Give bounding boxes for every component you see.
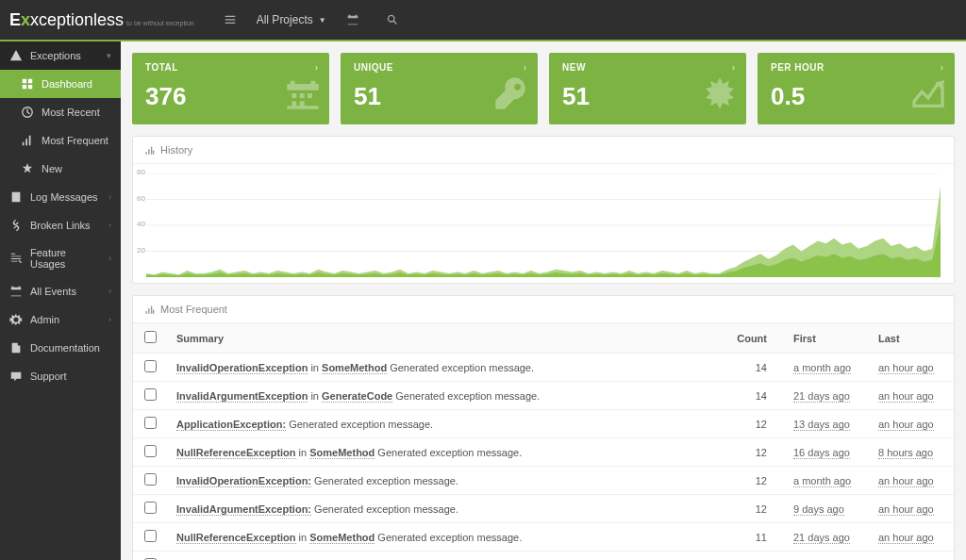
row-summary[interactable]: InvalidOperationException in SomeMethod … bbox=[167, 354, 718, 382]
table-row[interactable]: NullReferenceException in SomeMethod Gen… bbox=[133, 438, 954, 467]
stat-total[interactable]: TOTAL376› bbox=[132, 53, 329, 124]
sidebar-sub-most-recent[interactable]: Most Recent bbox=[0, 98, 121, 126]
y-tick: 20 bbox=[137, 246, 145, 255]
table-row[interactable]: InvalidArgumentException in GenerateCode… bbox=[133, 382, 954, 410]
row-checkbox[interactable] bbox=[144, 530, 157, 542]
calendar-icon[interactable] bbox=[340, 7, 366, 33]
y-tick: 60 bbox=[137, 194, 145, 203]
table-row[interactable]: ApplicationException: Generated exceptio… bbox=[133, 410, 954, 438]
chevron-down-icon: ▾ bbox=[107, 51, 111, 60]
row-first[interactable]: 20 days ago bbox=[784, 552, 869, 561]
row-last[interactable]: an hour ago bbox=[869, 467, 954, 495]
chevron-right-icon: › bbox=[941, 62, 943, 73]
row-first[interactable]: 21 days ago bbox=[784, 523, 869, 552]
col-last[interactable]: Last bbox=[869, 323, 954, 354]
col-summary[interactable]: Summary bbox=[167, 323, 718, 354]
list-icon[interactable] bbox=[217, 7, 243, 33]
row-count: 11 bbox=[718, 523, 784, 552]
sidebar: Exceptions ▾ DashboardMost RecentMost Fr… bbox=[0, 41, 121, 560]
table-row[interactable]: AggregateException: Generated exception … bbox=[133, 552, 954, 561]
stat-per-hour[interactable]: PER HOUR0.5› bbox=[758, 53, 955, 124]
sidebar-item-admin[interactable]: Admin› bbox=[0, 305, 121, 334]
frequent-panel: Most Frequent Summary Count First Last I… bbox=[132, 295, 955, 560]
stat-bg-icon bbox=[909, 74, 947, 121]
logo[interactable]: Exxceptionless to be without exception bbox=[9, 10, 204, 30]
row-summary[interactable]: NullReferenceException in SomeMethod Gen… bbox=[167, 438, 718, 467]
stat-unique[interactable]: UNIQUE51› bbox=[341, 53, 538, 124]
row-first[interactable]: 9 days ago bbox=[784, 495, 869, 523]
row-count: 14 bbox=[718, 354, 784, 382]
chevron-right-icon: › bbox=[524, 62, 526, 73]
chevron-right-icon: › bbox=[108, 254, 111, 263]
frequent-title: Most Frequent bbox=[160, 304, 227, 315]
row-last[interactable]: an hour ago bbox=[869, 523, 954, 552]
row-checkbox[interactable] bbox=[144, 417, 157, 429]
chevron-right-icon: › bbox=[108, 221, 111, 230]
row-last[interactable]: an hour ago bbox=[869, 410, 954, 438]
warning-icon bbox=[9, 49, 23, 62]
y-tick: 80 bbox=[137, 168, 145, 176]
main-content: TOTAL376›UNIQUE51›NEW51›PER HOUR0.5› His… bbox=[121, 41, 966, 560]
select-all-header[interactable] bbox=[133, 323, 167, 354]
row-count: 12 bbox=[718, 410, 784, 438]
topbar: Exxceptionless to be without exception A… bbox=[0, 0, 966, 41]
row-checkbox[interactable] bbox=[144, 360, 157, 372]
col-count[interactable]: Count bbox=[718, 323, 784, 354]
sidebar-sub-most-frequent[interactable]: Most Frequent bbox=[0, 126, 121, 155]
row-count: 12 bbox=[718, 438, 784, 467]
row-first[interactable]: 13 days ago bbox=[784, 410, 869, 438]
row-first[interactable]: a month ago bbox=[784, 467, 869, 495]
search-icon[interactable] bbox=[379, 7, 406, 33]
row-summary[interactable]: InvalidOperationException: Generated exc… bbox=[167, 467, 718, 495]
sidebar-sub-dashboard[interactable]: Dashboard bbox=[0, 70, 121, 98]
history-chart bbox=[146, 173, 941, 277]
table-row[interactable]: InvalidOperationException: Generated exc… bbox=[133, 467, 954, 495]
history-title: History bbox=[160, 144, 192, 156]
select-all-checkbox[interactable] bbox=[144, 331, 157, 343]
row-last[interactable]: an hour ago bbox=[869, 382, 954, 410]
row-first[interactable]: 21 days ago bbox=[784, 382, 869, 410]
sidebar-item-all-events[interactable]: All Events› bbox=[0, 277, 121, 305]
row-first[interactable]: a month ago bbox=[784, 354, 869, 382]
sidebar-item-feature-usages[interactable]: Feature Usages› bbox=[0, 239, 121, 277]
sidebar-item-exceptions[interactable]: Exceptions ▾ bbox=[0, 41, 121, 70]
project-selector[interactable]: All Projects ▼ bbox=[257, 13, 326, 26]
stat-new[interactable]: NEW51› bbox=[549, 53, 746, 124]
sidebar-item-support[interactable]: Support bbox=[0, 362, 121, 390]
row-summary[interactable]: InvalidArgumentException: Generated exce… bbox=[167, 495, 718, 523]
stat-bg-icon bbox=[492, 74, 530, 121]
caret-down-icon: ▼ bbox=[319, 16, 326, 25]
row-summary[interactable]: ApplicationException: Generated exceptio… bbox=[167, 410, 718, 438]
row-summary[interactable]: InvalidArgumentException in GenerateCode… bbox=[167, 382, 718, 410]
stat-bg-icon bbox=[284, 74, 322, 121]
y-tick: 40 bbox=[137, 220, 145, 228]
table-row[interactable]: NullReferenceException in SomeMethod Gen… bbox=[133, 523, 954, 552]
frequent-table: Summary Count First Last InvalidOperatio… bbox=[133, 323, 954, 560]
row-summary[interactable]: AggregateException: Generated exception … bbox=[167, 552, 718, 561]
row-checkbox[interactable] bbox=[144, 388, 157, 401]
row-count: 11 bbox=[718, 552, 784, 561]
sidebar-item-log-messages[interactable]: Log Messages› bbox=[0, 183, 121, 211]
row-checkbox[interactable] bbox=[144, 502, 157, 514]
row-last[interactable]: 12 hours ago bbox=[869, 552, 954, 561]
stats-row: TOTAL376›UNIQUE51›NEW51›PER HOUR0.5› bbox=[132, 53, 955, 124]
col-first[interactable]: First bbox=[784, 323, 869, 354]
table-row[interactable]: InvalidOperationException in SomeMethod … bbox=[133, 354, 954, 382]
row-summary[interactable]: NullReferenceException in SomeMethod Gen… bbox=[167, 523, 718, 552]
row-first[interactable]: 16 days ago bbox=[784, 438, 869, 467]
row-checkbox[interactable] bbox=[144, 473, 157, 486]
row-last[interactable]: 8 hours ago bbox=[869, 438, 954, 467]
row-last[interactable]: an hour ago bbox=[869, 354, 954, 382]
table-row[interactable]: InvalidArgumentException: Generated exce… bbox=[133, 495, 954, 523]
chevron-right-icon: › bbox=[732, 62, 735, 73]
row-last[interactable]: an hour ago bbox=[869, 495, 954, 523]
chevron-right-icon: › bbox=[108, 287, 111, 296]
bars-icon bbox=[144, 305, 155, 315]
row-checkbox[interactable] bbox=[144, 445, 157, 457]
sidebar-item-documentation[interactable]: Documentation bbox=[0, 334, 121, 362]
sidebar-item-broken-links[interactable]: Broken Links› bbox=[0, 211, 121, 239]
sidebar-sub-new[interactable]: New bbox=[0, 155, 121, 183]
chevron-right-icon: › bbox=[108, 315, 111, 324]
history-panel: History 80604020 bbox=[132, 136, 955, 284]
row-count: 12 bbox=[718, 467, 784, 495]
